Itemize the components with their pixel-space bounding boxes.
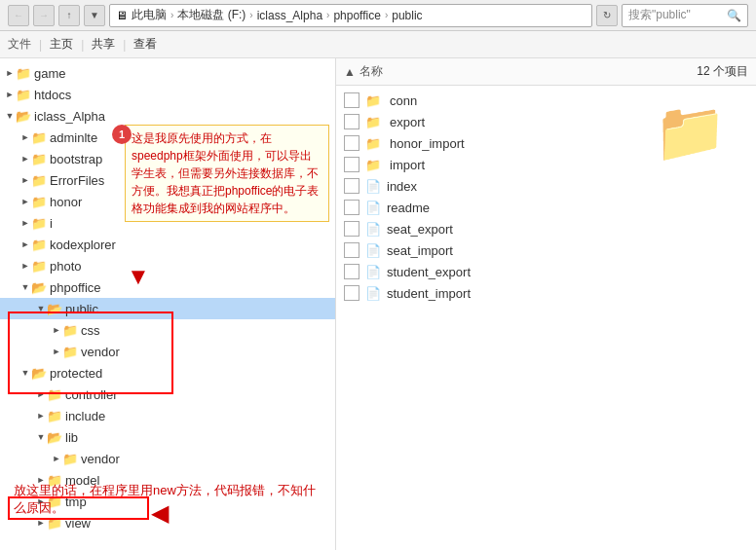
search-icon: 🔍 bbox=[727, 9, 741, 22]
tree-arrow-photo[interactable]: ► bbox=[19, 260, 31, 272]
checkbox-conn[interactable] bbox=[344, 92, 359, 108]
tree-item-game[interactable]: ► 📁 game bbox=[0, 62, 335, 84]
tree-item-vendor-phpoffice[interactable]: ► 📁 vendor bbox=[0, 341, 335, 362]
checkbox-student-import[interactable] bbox=[344, 285, 359, 301]
file-item-export[interactable]: 📁 export bbox=[336, 111, 756, 132]
checkbox-readme[interactable] bbox=[344, 200, 359, 215]
address-sep-1: › bbox=[170, 10, 173, 20]
forward-button[interactable]: → bbox=[33, 5, 55, 26]
tree-label-htdocs: htdocs bbox=[34, 88, 71, 102]
tree-label-game: game bbox=[34, 66, 66, 81]
file-item-conn[interactable]: 📁 conn bbox=[336, 90, 756, 111]
tree-label-css: css bbox=[81, 323, 100, 338]
checkbox-import[interactable] bbox=[344, 157, 359, 172]
address-part-computer: 此电脑 bbox=[132, 7, 167, 23]
top-annotation-box: 这是我原先使用的方式，在speedphp框架外面使用，可以导出学生表，但需要另外… bbox=[125, 125, 329, 222]
tree-arrow-protected[interactable]: ▼ bbox=[19, 367, 31, 379]
checkbox-student-export[interactable] bbox=[344, 264, 359, 279]
tree-item-include[interactable]: ► 📁 include bbox=[0, 405, 335, 426]
tree-arrow-vendor-lib[interactable]: ► bbox=[51, 453, 62, 464]
address-sep-3: › bbox=[326, 10, 329, 20]
folder-icon-photo: 📁 bbox=[31, 260, 47, 272]
file-label-student-export: student_export bbox=[387, 265, 471, 279]
checkbox-honor-import[interactable] bbox=[344, 135, 359, 151]
refresh-button[interactable]: ↻ bbox=[596, 5, 618, 26]
name-col-header[interactable]: 名称 bbox=[359, 63, 383, 80]
tree-label-errorfiles: ErrorFiles bbox=[50, 173, 104, 188]
tree-item-vendor-lib[interactable]: ► 📁 vendor bbox=[0, 448, 335, 469]
tree-arrow-iclass[interactable]: ▼ bbox=[4, 110, 16, 122]
address-bar[interactable]: 🖥 此电脑 › 本地磁盘 (F:) › iclass_Alpha › phpof… bbox=[109, 4, 592, 27]
file-item-seat-export[interactable]: 📄 seat_export bbox=[336, 218, 756, 239]
titlebar: ← → ↑ ▼ 🖥 此电脑 › 本地磁盘 (F:) › iclass_Alpha… bbox=[0, 0, 756, 31]
tree-label-vendor-phpoffice: vendor bbox=[81, 345, 120, 359]
back-button[interactable]: ← bbox=[8, 5, 29, 26]
tree-label-iclass: iclass_Alpha bbox=[34, 109, 105, 124]
file-label-seat-export: seat_export bbox=[387, 222, 453, 237]
up-button[interactable]: ↑ bbox=[58, 5, 80, 26]
tree-arrow-kodexplorer[interactable]: ► bbox=[19, 238, 31, 250]
file-item-honor-import[interactable]: 📁 honor_import bbox=[336, 132, 756, 154]
tree-item-public[interactable]: ▼ 📂 public bbox=[0, 298, 335, 319]
tree-arrow-errorfiles[interactable]: ► bbox=[19, 174, 31, 186]
tree-label-protected: protected bbox=[50, 366, 102, 381]
address-sep-2: › bbox=[249, 10, 252, 20]
toolbar-view: 查看 bbox=[133, 36, 157, 53]
folder-icon-htdocs: 📁 bbox=[16, 89, 31, 100]
tree-item-protected[interactable]: ▼ 📂 protected bbox=[0, 362, 335, 384]
tree-arrow-honor[interactable]: ► bbox=[19, 196, 31, 207]
file-item-student-import[interactable]: 📄 student_import bbox=[336, 282, 756, 304]
tree-label-i: i bbox=[50, 216, 53, 231]
folder-icon-controller: 📁 bbox=[47, 388, 62, 400]
file-item-index[interactable]: 📄 index bbox=[336, 175, 756, 197]
file-item-readme[interactable]: 📄 readme bbox=[336, 197, 756, 218]
tree-arrow-lib[interactable]: ▼ bbox=[35, 431, 47, 443]
tree-arrow-htdocs[interactable]: ► bbox=[4, 89, 16, 100]
folder-icon-lib: 📂 bbox=[47, 431, 62, 443]
tree-item-css[interactable]: ► 📁 css bbox=[0, 319, 335, 341]
toolbar-label: 文件 bbox=[8, 36, 31, 53]
tree-arrow-vendor-phpoffice[interactable]: ► bbox=[51, 346, 62, 357]
toolbar-sep: | bbox=[39, 38, 42, 52]
checkbox-seat-import[interactable] bbox=[344, 242, 359, 258]
file-label-readme: readme bbox=[387, 201, 430, 215]
tree-arrow-public[interactable]: ▼ bbox=[35, 303, 47, 314]
tree-arrow-adminlte[interactable]: ► bbox=[19, 131, 31, 143]
tree-arrow-phpoffice[interactable]: ▼ bbox=[19, 281, 31, 293]
right-panel: ▲ 名称 12 个项目 📁 📁 conn 📁 export 📁 bbox=[336, 58, 756, 550]
tree-item-phpoffice[interactable]: ▼ 📂 phpoffice bbox=[0, 276, 335, 298]
tree-item-photo[interactable]: ► 📁 photo bbox=[0, 255, 335, 276]
checkbox-seat-export[interactable] bbox=[344, 221, 359, 237]
tree-item-controller[interactable]: ► 📁 controller bbox=[0, 384, 335, 405]
tree-arrow-i[interactable]: ► bbox=[19, 217, 31, 229]
toolbar-home: 主页 bbox=[50, 36, 73, 53]
recent-button[interactable]: ▼ bbox=[84, 5, 105, 26]
checkbox-export[interactable] bbox=[344, 114, 359, 129]
tree-arrow-game[interactable]: ► bbox=[4, 67, 16, 79]
checkbox-index[interactable] bbox=[344, 178, 359, 194]
tree-item-htdocs[interactable]: ► 📁 htdocs bbox=[0, 84, 335, 105]
folder-icon-game: 📁 bbox=[16, 67, 31, 79]
annotation-badge: 1 bbox=[112, 125, 132, 144]
file-label-conn: conn bbox=[390, 93, 417, 108]
file-item-student-export[interactable]: 📄 student_export bbox=[336, 261, 756, 282]
file-item-import[interactable]: 📁 import bbox=[336, 154, 756, 175]
tree-item-iclass[interactable]: ▼ 📂 iclass_Alpha bbox=[0, 105, 335, 127]
tree-arrow-css[interactable]: ► bbox=[51, 324, 62, 336]
toolbar-share: 共享 bbox=[92, 36, 115, 53]
tree-item-kodexplorer[interactable]: ► 📁 kodexplorer bbox=[0, 234, 335, 255]
tree-arrow-bootstrap[interactable]: ► bbox=[19, 153, 31, 165]
search-bar[interactable]: 搜索"public" 🔍 bbox=[622, 4, 748, 27]
tree-label-kodexplorer: kodexplorer bbox=[50, 238, 116, 252]
folder-icon-errorfiles: 📁 bbox=[31, 174, 47, 186]
address-sep-4: › bbox=[385, 10, 388, 20]
file-icon-readme: 📄 bbox=[365, 200, 381, 215]
tree-arrow-controller[interactable]: ► bbox=[35, 388, 47, 400]
sort-arrow: ▲ bbox=[344, 65, 356, 79]
tree-item-lib[interactable]: ▼ 📂 lib bbox=[0, 426, 335, 448]
tree-arrow-include[interactable]: ► bbox=[35, 410, 47, 422]
file-label-index: index bbox=[387, 179, 417, 194]
folder-icon-include: 📁 bbox=[47, 410, 62, 422]
tree-label-honor: honor bbox=[50, 195, 82, 209]
file-item-seat-import[interactable]: 📄 seat_import bbox=[336, 239, 756, 261]
